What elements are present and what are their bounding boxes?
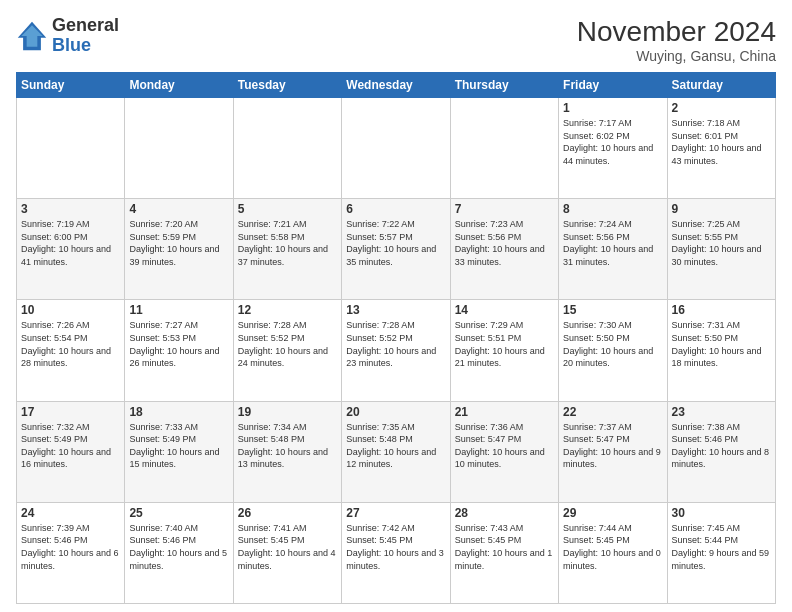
day-info: Sunrise: 7:19 AM Sunset: 6:00 PM Dayligh… [21, 218, 120, 268]
day-info: Sunrise: 7:21 AM Sunset: 5:58 PM Dayligh… [238, 218, 337, 268]
day-number: 9 [672, 202, 771, 216]
calendar-cell: 11Sunrise: 7:27 AM Sunset: 5:53 PM Dayli… [125, 300, 233, 401]
page: General Blue November 2024 Wuying, Gansu… [0, 0, 792, 612]
logo-general-text: General [52, 15, 119, 35]
calendar-cell: 4Sunrise: 7:20 AM Sunset: 5:59 PM Daylig… [125, 199, 233, 300]
title-block: November 2024 Wuying, Gansu, China [577, 16, 776, 64]
day-number: 25 [129, 506, 228, 520]
calendar-cell: 12Sunrise: 7:28 AM Sunset: 5:52 PM Dayli… [233, 300, 341, 401]
day-info: Sunrise: 7:23 AM Sunset: 5:56 PM Dayligh… [455, 218, 554, 268]
logo: General Blue [16, 16, 119, 56]
day-info: Sunrise: 7:22 AM Sunset: 5:57 PM Dayligh… [346, 218, 445, 268]
day-number: 8 [563, 202, 662, 216]
day-info: Sunrise: 7:26 AM Sunset: 5:54 PM Dayligh… [21, 319, 120, 369]
calendar-cell: 29Sunrise: 7:44 AM Sunset: 5:45 PM Dayli… [559, 502, 667, 603]
day-info: Sunrise: 7:45 AM Sunset: 5:44 PM Dayligh… [672, 522, 771, 572]
day-number: 5 [238, 202, 337, 216]
calendar-cell: 6Sunrise: 7:22 AM Sunset: 5:57 PM Daylig… [342, 199, 450, 300]
day-number: 19 [238, 405, 337, 419]
day-info: Sunrise: 7:42 AM Sunset: 5:45 PM Dayligh… [346, 522, 445, 572]
calendar-day-header: Wednesday [342, 73, 450, 98]
calendar-week-row: 10Sunrise: 7:26 AM Sunset: 5:54 PM Dayli… [17, 300, 776, 401]
day-number: 29 [563, 506, 662, 520]
day-info: Sunrise: 7:31 AM Sunset: 5:50 PM Dayligh… [672, 319, 771, 369]
calendar-cell: 9Sunrise: 7:25 AM Sunset: 5:55 PM Daylig… [667, 199, 775, 300]
day-info: Sunrise: 7:24 AM Sunset: 5:56 PM Dayligh… [563, 218, 662, 268]
calendar-cell [342, 98, 450, 199]
calendar-day-header: Friday [559, 73, 667, 98]
month-title: November 2024 [577, 16, 776, 48]
day-info: Sunrise: 7:44 AM Sunset: 5:45 PM Dayligh… [563, 522, 662, 572]
calendar-cell [233, 98, 341, 199]
calendar-cell: 25Sunrise: 7:40 AM Sunset: 5:46 PM Dayli… [125, 502, 233, 603]
day-info: Sunrise: 7:40 AM Sunset: 5:46 PM Dayligh… [129, 522, 228, 572]
day-number: 23 [672, 405, 771, 419]
day-number: 18 [129, 405, 228, 419]
calendar-cell: 14Sunrise: 7:29 AM Sunset: 5:51 PM Dayli… [450, 300, 558, 401]
day-info: Sunrise: 7:27 AM Sunset: 5:53 PM Dayligh… [129, 319, 228, 369]
calendar-cell: 16Sunrise: 7:31 AM Sunset: 5:50 PM Dayli… [667, 300, 775, 401]
day-number: 16 [672, 303, 771, 317]
calendar-day-header: Thursday [450, 73, 558, 98]
calendar-cell: 5Sunrise: 7:21 AM Sunset: 5:58 PM Daylig… [233, 199, 341, 300]
day-info: Sunrise: 7:36 AM Sunset: 5:47 PM Dayligh… [455, 421, 554, 471]
logo-icon [16, 20, 48, 52]
day-info: Sunrise: 7:20 AM Sunset: 5:59 PM Dayligh… [129, 218, 228, 268]
day-info: Sunrise: 7:18 AM Sunset: 6:01 PM Dayligh… [672, 117, 771, 167]
calendar-cell: 1Sunrise: 7:17 AM Sunset: 6:02 PM Daylig… [559, 98, 667, 199]
calendar-cell: 21Sunrise: 7:36 AM Sunset: 5:47 PM Dayli… [450, 401, 558, 502]
day-number: 15 [563, 303, 662, 317]
calendar-cell: 19Sunrise: 7:34 AM Sunset: 5:48 PM Dayli… [233, 401, 341, 502]
calendar-cell: 26Sunrise: 7:41 AM Sunset: 5:45 PM Dayli… [233, 502, 341, 603]
day-number: 21 [455, 405, 554, 419]
calendar-cell: 8Sunrise: 7:24 AM Sunset: 5:56 PM Daylig… [559, 199, 667, 300]
day-info: Sunrise: 7:39 AM Sunset: 5:46 PM Dayligh… [21, 522, 120, 572]
day-info: Sunrise: 7:25 AM Sunset: 5:55 PM Dayligh… [672, 218, 771, 268]
logo-text: General Blue [52, 16, 119, 56]
day-number: 11 [129, 303, 228, 317]
day-info: Sunrise: 7:37 AM Sunset: 5:47 PM Dayligh… [563, 421, 662, 471]
day-number: 12 [238, 303, 337, 317]
calendar-week-row: 1Sunrise: 7:17 AM Sunset: 6:02 PM Daylig… [17, 98, 776, 199]
calendar-day-header: Saturday [667, 73, 775, 98]
calendar-cell: 3Sunrise: 7:19 AM Sunset: 6:00 PM Daylig… [17, 199, 125, 300]
day-number: 22 [563, 405, 662, 419]
calendar-table: SundayMondayTuesdayWednesdayThursdayFrid… [16, 72, 776, 604]
day-number: 4 [129, 202, 228, 216]
day-number: 27 [346, 506, 445, 520]
day-info: Sunrise: 7:35 AM Sunset: 5:48 PM Dayligh… [346, 421, 445, 471]
calendar-header-row: SundayMondayTuesdayWednesdayThursdayFrid… [17, 73, 776, 98]
day-info: Sunrise: 7:38 AM Sunset: 5:46 PM Dayligh… [672, 421, 771, 471]
day-info: Sunrise: 7:34 AM Sunset: 5:48 PM Dayligh… [238, 421, 337, 471]
calendar-cell: 30Sunrise: 7:45 AM Sunset: 5:44 PM Dayli… [667, 502, 775, 603]
day-info: Sunrise: 7:17 AM Sunset: 6:02 PM Dayligh… [563, 117, 662, 167]
day-info: Sunrise: 7:29 AM Sunset: 5:51 PM Dayligh… [455, 319, 554, 369]
day-info: Sunrise: 7:41 AM Sunset: 5:45 PM Dayligh… [238, 522, 337, 572]
header: General Blue November 2024 Wuying, Gansu… [16, 16, 776, 64]
calendar-cell: 27Sunrise: 7:42 AM Sunset: 5:45 PM Dayli… [342, 502, 450, 603]
day-number: 30 [672, 506, 771, 520]
day-number: 28 [455, 506, 554, 520]
calendar-day-header: Tuesday [233, 73, 341, 98]
location: Wuying, Gansu, China [577, 48, 776, 64]
day-info: Sunrise: 7:30 AM Sunset: 5:50 PM Dayligh… [563, 319, 662, 369]
calendar-cell: 15Sunrise: 7:30 AM Sunset: 5:50 PM Dayli… [559, 300, 667, 401]
calendar-week-row: 24Sunrise: 7:39 AM Sunset: 5:46 PM Dayli… [17, 502, 776, 603]
day-number: 1 [563, 101, 662, 115]
day-info: Sunrise: 7:28 AM Sunset: 5:52 PM Dayligh… [346, 319, 445, 369]
day-number: 13 [346, 303, 445, 317]
day-number: 20 [346, 405, 445, 419]
calendar-cell: 10Sunrise: 7:26 AM Sunset: 5:54 PM Dayli… [17, 300, 125, 401]
calendar-cell: 2Sunrise: 7:18 AM Sunset: 6:01 PM Daylig… [667, 98, 775, 199]
calendar-week-row: 3Sunrise: 7:19 AM Sunset: 6:00 PM Daylig… [17, 199, 776, 300]
calendar-week-row: 17Sunrise: 7:32 AM Sunset: 5:49 PM Dayli… [17, 401, 776, 502]
day-number: 2 [672, 101, 771, 115]
calendar-cell [125, 98, 233, 199]
calendar-cell: 18Sunrise: 7:33 AM Sunset: 5:49 PM Dayli… [125, 401, 233, 502]
calendar-cell: 20Sunrise: 7:35 AM Sunset: 5:48 PM Dayli… [342, 401, 450, 502]
calendar-cell: 13Sunrise: 7:28 AM Sunset: 5:52 PM Dayli… [342, 300, 450, 401]
calendar-cell: 17Sunrise: 7:32 AM Sunset: 5:49 PM Dayli… [17, 401, 125, 502]
day-info: Sunrise: 7:32 AM Sunset: 5:49 PM Dayligh… [21, 421, 120, 471]
day-info: Sunrise: 7:33 AM Sunset: 5:49 PM Dayligh… [129, 421, 228, 471]
day-number: 24 [21, 506, 120, 520]
